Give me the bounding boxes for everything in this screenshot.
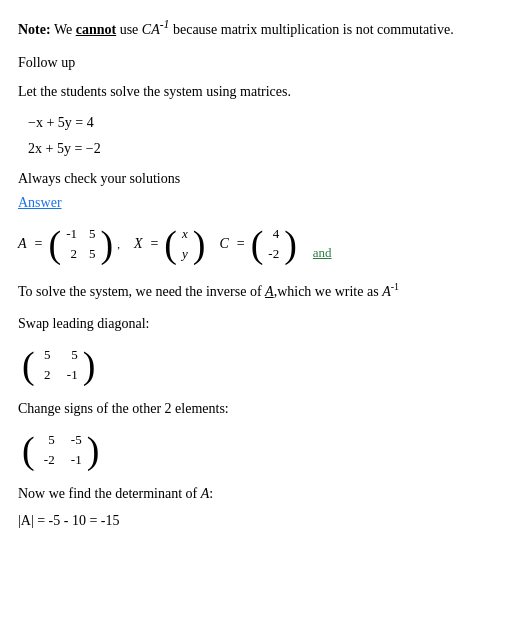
bracket-right-A: ): [100, 225, 113, 263]
bracket-left-X: (: [164, 225, 177, 263]
det-result-text: |A| = -5 - 10 = -15: [18, 513, 120, 528]
to-solve-A2: A: [382, 284, 391, 299]
cell-C-1: -2: [266, 245, 281, 263]
change-matrix-content: 5 -5 -2 -1: [35, 429, 87, 471]
equation-2: 2x + 5y = −2: [28, 138, 501, 160]
matrix-X-expr: X = ( x y ): [134, 223, 206, 265]
now-line: Now we find the determinant of A:: [18, 483, 501, 504]
matrix-A-content: -1 5 2 5: [61, 223, 100, 265]
bracket-right-C: ): [284, 225, 297, 263]
note-text3: because matrix multiplication is not com…: [169, 22, 453, 37]
matrix-C-expr: C = ( 4 -2 ): [219, 223, 296, 265]
to-solve-sup: -1: [391, 281, 399, 292]
note-text2: use: [116, 22, 142, 37]
matrix-X-label: X: [134, 236, 143, 252]
always-line: Always check your solutions: [18, 168, 501, 189]
now-colon: :: [209, 486, 213, 501]
matrix-C-content: 4 -2: [263, 223, 284, 265]
to-solve-text: To solve the system, we need the inverse…: [18, 284, 265, 299]
swap-cell-00: 5: [38, 346, 53, 364]
swap-line: Swap leading diagonal:: [18, 313, 501, 334]
change-cell-00: 5: [38, 431, 57, 449]
det-result: |A| = -5 - 10 = -15: [18, 510, 501, 531]
now-A: A: [201, 486, 210, 501]
to-solve-A: A: [265, 284, 274, 299]
cell-A-11: 5: [87, 245, 98, 263]
and-text: and: [313, 245, 332, 265]
bracket-right-swap: ): [83, 346, 96, 384]
cell-X-0: x: [180, 225, 190, 243]
swap-matrix-block: ( 5 5 2 -1 ): [22, 344, 501, 386]
matrix-A-expr: A = ( -1 5 2 5 ) ,: [18, 223, 120, 265]
matrix-X-content: x y: [177, 223, 193, 265]
answer-link[interactable]: Answer: [18, 195, 501, 211]
bracket-left-C: (: [251, 225, 264, 263]
matrix-A-bracket: ( -1 5 2 5 ): [48, 223, 113, 265]
swap-cell-10: 2: [38, 366, 53, 384]
now-line-text: Now we find the determinant of: [18, 486, 201, 501]
bracket-left-change: (: [22, 431, 35, 469]
change-cell-11: -1: [65, 451, 84, 469]
let-line-text: Let the students solve the system using …: [18, 81, 501, 102]
matrix-C-bracket: ( 4 -2 ): [251, 223, 297, 265]
matrix-X-bracket: ( x y ): [164, 223, 205, 265]
change-line: Change signs of the other 2 elements:: [18, 398, 501, 419]
bracket-left-A: (: [48, 225, 61, 263]
to-solve-which: ,which: [274, 284, 312, 299]
note-bold: Note:: [18, 22, 51, 37]
note-cannot: cannot: [76, 22, 116, 37]
to-solve-rest: we write as: [311, 284, 382, 299]
swap-matrix-content: 5 5 2 -1: [35, 344, 83, 386]
follow-up-text: Follow up: [18, 52, 501, 73]
swap-matrix-bracket: ( 5 5 2 -1 ): [22, 344, 95, 386]
change-cell-01: -5: [65, 431, 84, 449]
change-matrix-bracket: ( 5 -5 -2 -1 ): [22, 429, 99, 471]
matrix-C-label: C: [219, 236, 228, 252]
swap-cell-01: 5: [60, 346, 79, 364]
matrices-row: A = ( -1 5 2 5 ) , X = ( x y ) C =: [18, 223, 501, 265]
change-cell-10: -2: [38, 451, 57, 469]
note-ca: CA-1: [142, 22, 170, 37]
cell-C-0: 4: [266, 225, 281, 243]
cell-A-01: 5: [87, 225, 98, 243]
note-text1: We: [51, 22, 76, 37]
matrix-A-label: A: [18, 236, 27, 252]
cell-A-00: -1: [64, 225, 79, 243]
swap-cell-11: -1: [60, 366, 79, 384]
cell-X-1: y: [180, 245, 190, 263]
change-matrix-block: ( 5 -5 -2 -1 ): [22, 429, 501, 471]
cell-A-10: 2: [64, 245, 79, 263]
to-solve-paragraph: To solve the system, we need the inverse…: [18, 279, 501, 303]
bracket-right-X: ): [193, 225, 206, 263]
note-paragraph: Note: We cannot use CA-1 because matrix …: [18, 16, 501, 40]
bracket-left-swap: (: [22, 346, 35, 384]
equation-1: −x + 5y = 4: [28, 112, 501, 134]
bracket-right-change: ): [87, 431, 100, 469]
